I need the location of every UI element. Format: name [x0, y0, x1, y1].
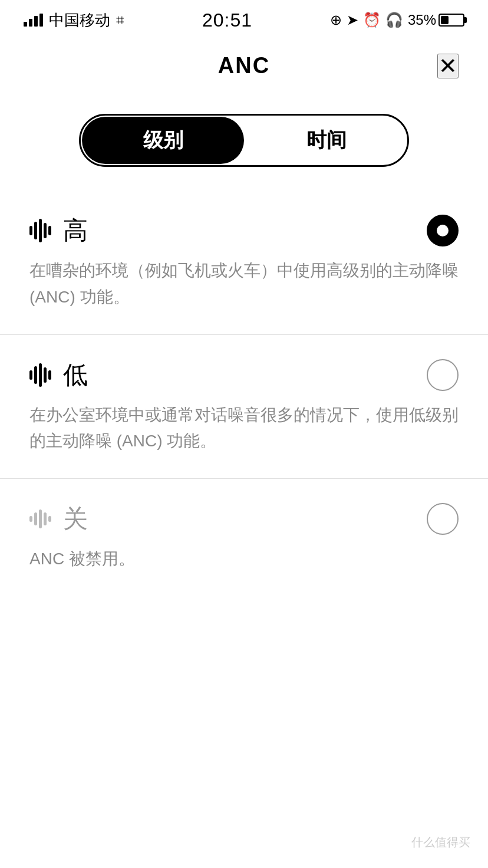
time-display: 20:51: [202, 9, 252, 31]
sound-wave-low-icon: [29, 363, 51, 387]
location-icon: ➤: [347, 12, 358, 28]
tab-level[interactable]: 级别: [82, 117, 244, 164]
radio-off[interactable]: [427, 503, 459, 535]
option-low-label: 低: [63, 359, 88, 392]
header: ANC ✕: [0, 41, 488, 90]
tab-time-label: 时间: [306, 127, 347, 154]
battery-icon: [438, 14, 464, 27]
option-low[interactable]: 低 在办公室环境中或通常对话噪音很多的情况下，使用低级别的主动降噪 (ANC) …: [0, 335, 488, 479]
battery-percent: 35%: [408, 12, 436, 28]
sound-wave-off-icon: [29, 507, 51, 531]
option-high[interactable]: 高 在嘈杂的环境（例如飞机或火车）中使用高级别的主动降噪 (ANC) 功能。: [0, 190, 488, 335]
option-low-description: 在办公室环境中或通常对话噪音很多的情况下，使用低级别的主动降噪 (ANC) 功能…: [29, 402, 459, 455]
sound-wave-high-icon: [29, 219, 51, 242]
option-high-description: 在嘈杂的环境（例如飞机或火车）中使用高级别的主动降噪 (ANC) 功能。: [29, 258, 459, 311]
headphone-icon: 🎧: [385, 12, 403, 28]
option-off-label-group: 关: [29, 502, 88, 535]
page-title: ANC: [218, 53, 270, 78]
option-off[interactable]: 关 ANC 被禁用。: [0, 479, 488, 596]
alarm-icon: ⏰: [363, 12, 381, 28]
status-bar: 中国移动 ⌗ 20:51 ⊕ ➤ ⏰ 🎧 35%: [0, 0, 488, 35]
carrier-label: 中国移动: [49, 10, 110, 31]
status-left: 中国移动 ⌗: [24, 10, 124, 31]
lock-icon: ⊕: [330, 12, 342, 28]
tab-level-label: 级别: [143, 127, 183, 154]
status-right: ⊕ ➤ ⏰ 🎧 35%: [330, 12, 464, 28]
battery-fill: [441, 16, 449, 24]
radio-high[interactable]: [427, 215, 459, 246]
signal-icon: [24, 14, 43, 27]
segmented-control: 级别 时间: [79, 114, 409, 167]
option-high-header: 高: [29, 214, 459, 247]
option-low-header: 低: [29, 359, 459, 392]
option-off-header: 关: [29, 502, 459, 535]
watermark: 什么值得买: [411, 834, 470, 850]
options-list: 高 在嘈杂的环境（例如飞机或火车）中使用高级别的主动降噪 (ANC) 功能。 低…: [0, 190, 488, 596]
option-off-label: 关: [63, 502, 88, 535]
wifi-icon: ⌗: [116, 12, 124, 28]
option-high-label: 高: [63, 214, 88, 247]
tab-time[interactable]: 时间: [245, 116, 407, 165]
battery-container: 35%: [408, 12, 464, 28]
radio-low[interactable]: [427, 359, 459, 391]
option-off-description: ANC 被禁用。: [29, 546, 459, 573]
close-button[interactable]: ✕: [437, 54, 459, 78]
option-low-label-group: 低: [29, 359, 88, 392]
option-high-label-group: 高: [29, 214, 88, 247]
